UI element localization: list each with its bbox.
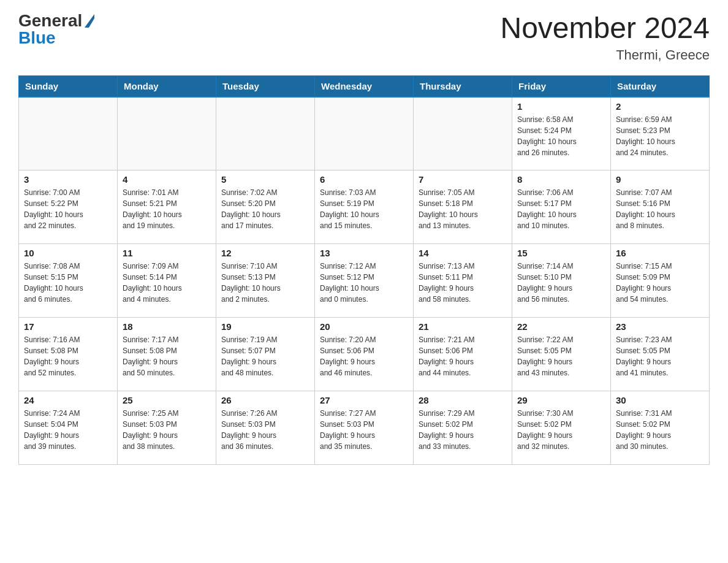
day-info: Sunrise: 7:12 AMSunset: 5:12 PMDaylight:… [320, 261, 408, 305]
week-row-5: 24Sunrise: 7:24 AMSunset: 5:04 PMDayligh… [19, 391, 710, 465]
day-number: 10 [24, 248, 112, 258]
day-number: 28 [419, 395, 507, 405]
day-cell: 22Sunrise: 7:22 AMSunset: 5:05 PMDayligh… [512, 318, 611, 391]
day-number: 23 [616, 321, 704, 332]
day-cell: 20Sunrise: 7:20 AMSunset: 5:06 PMDayligh… [315, 318, 414, 391]
day-cell: 2Sunrise: 6:59 AMSunset: 5:23 PMDaylight… [611, 97, 710, 170]
logo: General Blue [18, 12, 94, 47]
day-info: Sunrise: 7:16 AMSunset: 5:08 PMDaylight:… [24, 334, 112, 378]
weekday-header-row: SundayMondayTuesdayWednesdayThursdayFrid… [19, 75, 710, 97]
day-info: Sunrise: 7:17 AMSunset: 5:08 PMDaylight:… [123, 334, 211, 378]
day-info: Sunrise: 6:59 AMSunset: 5:23 PMDaylight:… [616, 114, 704, 158]
day-cell [19, 97, 118, 170]
day-info: Sunrise: 7:29 AMSunset: 5:02 PMDaylight:… [419, 408, 507, 452]
day-cell: 27Sunrise: 7:27 AMSunset: 5:03 PMDayligh… [315, 391, 414, 465]
day-info: Sunrise: 7:24 AMSunset: 5:04 PMDaylight:… [24, 408, 112, 452]
day-cell: 1Sunrise: 6:58 AMSunset: 5:24 PMDaylight… [512, 97, 611, 170]
day-cell: 21Sunrise: 7:21 AMSunset: 5:06 PMDayligh… [414, 318, 512, 391]
day-info: Sunrise: 7:10 AMSunset: 5:13 PMDaylight:… [221, 261, 309, 305]
day-number: 19 [221, 321, 309, 332]
day-cell: 3Sunrise: 7:00 AMSunset: 5:22 PMDaylight… [19, 170, 118, 244]
week-row-2: 3Sunrise: 7:00 AMSunset: 5:22 PMDaylight… [19, 170, 710, 244]
week-row-4: 17Sunrise: 7:16 AMSunset: 5:08 PMDayligh… [19, 318, 710, 391]
day-number: 14 [419, 248, 507, 258]
day-number: 6 [320, 174, 408, 185]
day-cell: 17Sunrise: 7:16 AMSunset: 5:08 PMDayligh… [19, 318, 118, 391]
day-info: Sunrise: 7:22 AMSunset: 5:05 PMDaylight:… [517, 334, 605, 378]
day-info: Sunrise: 7:09 AMSunset: 5:14 PMDaylight:… [123, 261, 211, 305]
day-number: 11 [123, 248, 211, 258]
day-cell [414, 97, 512, 170]
day-cell: 12Sunrise: 7:10 AMSunset: 5:13 PMDayligh… [216, 244, 315, 318]
day-number: 30 [616, 395, 704, 405]
day-number: 22 [517, 321, 605, 332]
day-info: Sunrise: 7:08 AMSunset: 5:15 PMDaylight:… [24, 261, 112, 305]
day-info: Sunrise: 7:00 AMSunset: 5:22 PMDaylight:… [24, 187, 112, 231]
day-info: Sunrise: 7:03 AMSunset: 5:19 PMDaylight:… [320, 187, 408, 231]
calendar-table: SundayMondayTuesdayWednesdayThursdayFrid… [18, 75, 710, 465]
day-cell: 9Sunrise: 7:07 AMSunset: 5:16 PMDaylight… [611, 170, 710, 244]
day-cell: 8Sunrise: 7:06 AMSunset: 5:17 PMDaylight… [512, 170, 611, 244]
day-info: Sunrise: 7:26 AMSunset: 5:03 PMDaylight:… [221, 408, 309, 452]
weekday-header-sunday: Sunday [19, 75, 118, 97]
day-info: Sunrise: 7:05 AMSunset: 5:18 PMDaylight:… [419, 187, 507, 231]
day-cell: 23Sunrise: 7:23 AMSunset: 5:05 PMDayligh… [611, 318, 710, 391]
week-row-1: 1Sunrise: 6:58 AMSunset: 5:24 PMDaylight… [19, 97, 710, 170]
day-number: 29 [517, 395, 605, 405]
page-header: General Blue November 2024 Thermi, Greec… [18, 12, 710, 63]
location: Thermi, Greece [500, 47, 710, 63]
weekday-header-thursday: Thursday [414, 75, 512, 97]
day-cell: 6Sunrise: 7:03 AMSunset: 5:19 PMDaylight… [315, 170, 414, 244]
day-info: Sunrise: 7:21 AMSunset: 5:06 PMDaylight:… [419, 334, 507, 378]
day-number: 1 [517, 101, 605, 112]
day-number: 21 [419, 321, 507, 332]
day-number: 9 [616, 174, 704, 185]
day-cell: 26Sunrise: 7:26 AMSunset: 5:03 PMDayligh… [216, 391, 315, 465]
day-cell: 7Sunrise: 7:05 AMSunset: 5:18 PMDaylight… [414, 170, 512, 244]
day-number: 20 [320, 321, 408, 332]
weekday-header-tuesday: Tuesday [216, 75, 315, 97]
week-row-3: 10Sunrise: 7:08 AMSunset: 5:15 PMDayligh… [19, 244, 710, 318]
month-title: November 2024 [500, 12, 710, 45]
day-info: Sunrise: 7:02 AMSunset: 5:20 PMDaylight:… [221, 187, 309, 231]
day-cell: 11Sunrise: 7:09 AMSunset: 5:14 PMDayligh… [118, 244, 216, 318]
day-info: Sunrise: 7:20 AMSunset: 5:06 PMDaylight:… [320, 334, 408, 378]
day-number: 16 [616, 248, 704, 258]
day-number: 4 [123, 174, 211, 185]
day-cell: 28Sunrise: 7:29 AMSunset: 5:02 PMDayligh… [414, 391, 512, 465]
day-cell: 30Sunrise: 7:31 AMSunset: 5:02 PMDayligh… [611, 391, 710, 465]
day-number: 26 [221, 395, 309, 405]
weekday-header-monday: Monday [118, 75, 216, 97]
day-cell [216, 97, 315, 170]
day-cell: 24Sunrise: 7:24 AMSunset: 5:04 PMDayligh… [19, 391, 118, 465]
day-info: Sunrise: 7:07 AMSunset: 5:16 PMDaylight:… [616, 187, 704, 231]
day-cell: 4Sunrise: 7:01 AMSunset: 5:21 PMDaylight… [118, 170, 216, 244]
logo-general-text: General [18, 12, 94, 29]
logo-blue-text: Blue [18, 29, 56, 47]
day-info: Sunrise: 7:13 AMSunset: 5:11 PMDaylight:… [419, 261, 507, 305]
day-cell: 18Sunrise: 7:17 AMSunset: 5:08 PMDayligh… [118, 318, 216, 391]
day-number: 17 [24, 321, 112, 332]
day-cell: 29Sunrise: 7:30 AMSunset: 5:02 PMDayligh… [512, 391, 611, 465]
day-info: Sunrise: 7:30 AMSunset: 5:02 PMDaylight:… [517, 408, 605, 452]
day-info: Sunrise: 7:25 AMSunset: 5:03 PMDaylight:… [123, 408, 211, 452]
day-cell: 16Sunrise: 7:15 AMSunset: 5:09 PMDayligh… [611, 244, 710, 318]
weekday-header-saturday: Saturday [611, 75, 710, 97]
day-cell [315, 97, 414, 170]
day-info: Sunrise: 7:14 AMSunset: 5:10 PMDaylight:… [517, 261, 605, 305]
day-cell: 10Sunrise: 7:08 AMSunset: 5:15 PMDayligh… [19, 244, 118, 318]
day-cell: 14Sunrise: 7:13 AMSunset: 5:11 PMDayligh… [414, 244, 512, 318]
day-number: 5 [221, 174, 309, 185]
day-info: Sunrise: 6:58 AMSunset: 5:24 PMDaylight:… [517, 114, 605, 158]
day-info: Sunrise: 7:31 AMSunset: 5:02 PMDaylight:… [616, 408, 704, 452]
day-cell: 15Sunrise: 7:14 AMSunset: 5:10 PMDayligh… [512, 244, 611, 318]
day-cell: 19Sunrise: 7:19 AMSunset: 5:07 PMDayligh… [216, 318, 315, 391]
weekday-header-friday: Friday [512, 75, 611, 97]
day-info: Sunrise: 7:15 AMSunset: 5:09 PMDaylight:… [616, 261, 704, 305]
day-info: Sunrise: 7:19 AMSunset: 5:07 PMDaylight:… [221, 334, 309, 378]
day-number: 2 [616, 101, 704, 112]
day-number: 13 [320, 248, 408, 258]
day-info: Sunrise: 7:27 AMSunset: 5:03 PMDaylight:… [320, 408, 408, 452]
day-info: Sunrise: 7:23 AMSunset: 5:05 PMDaylight:… [616, 334, 704, 378]
day-number: 8 [517, 174, 605, 185]
